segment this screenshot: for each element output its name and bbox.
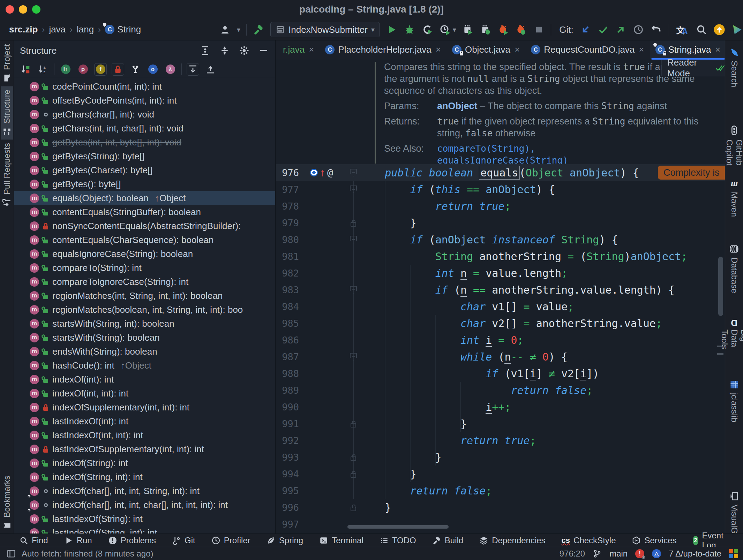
tab-PlaceholderHelper.java[interactable]: CPlaceholderHelper.java×: [320, 40, 446, 59]
code-line-978[interactable]: 978 return true;: [276, 198, 725, 214]
sidebar-item-pull-requests[interactable]: Pull Requests: [1, 139, 13, 211]
flame-debug-icon[interactable]: [515, 24, 527, 36]
structure-item[interactable]: mlastIndexOf(int, int): int: [14, 428, 275, 442]
person-icon[interactable]: [219, 24, 231, 36]
run-icon[interactable]: [386, 24, 398, 36]
sort-alphabetically-icon[interactable]: az: [37, 63, 49, 76]
sidebar-item-database[interactable]: Database: [728, 241, 741, 297]
code-line-983[interactable]: 983 if (n == anotherString.value.length)…: [276, 281, 725, 298]
code-line-988[interactable]: 988 if (v1[i] ≠ v2[i]): [276, 365, 725, 382]
structure-item[interactable]: mequals(Object): boolean↑Object: [14, 191, 275, 205]
coverage-icon[interactable]: [421, 24, 433, 36]
fold-marker-icon[interactable]: [350, 186, 357, 193]
structure-item[interactable]: mstartsWith(String): boolean: [14, 331, 275, 345]
breadcrumb-item[interactable]: lang: [77, 24, 94, 35]
code-line-989[interactable]: 989 return false;: [276, 382, 725, 399]
fold-marker-icon[interactable]: [350, 236, 357, 243]
sidebar-item-github-copilot[interactable]: GitHub Copilot: [723, 121, 743, 169]
code-line-985[interactable]: 985 char v2[] = anotherString.value;: [276, 315, 725, 332]
structure-item[interactable]: mcodePointCount(int, int): int: [14, 80, 275, 93]
structure-item[interactable]: mcompareToIgnoreCase(String): int: [14, 275, 275, 289]
structure-item[interactable]: mequalsIgnoreCase(String): boolean: [14, 247, 275, 261]
javadoc-link[interactable]: compareTo(String),: [437, 143, 535, 154]
toolwindow-button-checkstyle[interactable]: csCheckStyle: [562, 536, 616, 545]
sidebar-item-structure[interactable]: Structure: [1, 86, 13, 139]
hide-icon[interactable]: [258, 45, 270, 56]
structure-item[interactable]: mindexOf(char[], int, int, String, int):…: [14, 484, 275, 498]
stop-icon[interactable]: [533, 24, 545, 36]
sort-by-visibility-icon[interactable]: [19, 63, 32, 76]
vcs-sync-status[interactable]: 7 Δ/up-to-date: [669, 549, 721, 559]
toolwindow-button-build[interactable]: Build: [432, 536, 463, 545]
code-line-990[interactable]: 990 i++;: [276, 399, 725, 415]
toolwindow-button-todo[interactable]: TODO: [380, 536, 416, 545]
structure-item[interactable]: mindexOf(int): int: [14, 372, 275, 386]
caret-position[interactable]: 976:20: [560, 549, 585, 559]
code-line-994[interactable]: 994 }: [276, 466, 725, 482]
structure-item[interactable]: mgetBytes(String): byte[]: [14, 149, 275, 163]
structure-item[interactable]: mendsWith(String): boolean: [14, 345, 275, 358]
chip-debug-icon[interactable]: [480, 24, 492, 36]
code-line-993[interactable]: 993 }: [276, 449, 725, 466]
structure-item[interactable]: mcontentEquals(CharSequence): boolean: [14, 233, 275, 247]
chevron-down-icon[interactable]: ▾: [237, 25, 240, 34]
structure-item[interactable]: mgetBytes(Charset): byte[]: [14, 163, 275, 177]
toolwindow-button-dependencies[interactable]: Dependencies: [479, 536, 545, 545]
push-icon[interactable]: [615, 24, 626, 36]
close-icon[interactable]: ×: [639, 44, 644, 55]
breadcrumb-item[interactable]: CString: [105, 24, 141, 35]
structure-item[interactable]: mstartsWith(String, int): boolean: [14, 317, 275, 331]
show-fields-icon[interactable]: f: [94, 63, 107, 76]
code-line-987[interactable]: 987 while (n-- ≠ 0) {: [276, 348, 725, 365]
toolwindow-button-problems[interactable]: Problems: [108, 536, 156, 545]
debug-icon[interactable]: [404, 24, 415, 36]
rollback-icon[interactable]: [650, 24, 662, 36]
structure-item[interactable]: mgetBytes(int, int, byte[], int): void: [14, 135, 275, 149]
incoming-changes-icon[interactable]: △: [652, 549, 661, 558]
code-line-979[interactable]: 979 }: [276, 214, 725, 231]
fold-end-icon[interactable]: [351, 456, 356, 461]
code-line-984[interactable]: 984 char v1[] = value;: [276, 298, 725, 315]
upload-icon[interactable]: [713, 24, 725, 36]
translate-icon[interactable]: 文A: [674, 24, 690, 36]
git-branch-name[interactable]: main: [609, 549, 628, 559]
structure-item[interactable]: mgetChars(char[], int): void: [14, 107, 275, 121]
flame-run-icon[interactable]: [498, 24, 510, 36]
sidebar-item-project[interactable]: Project: [1, 40, 13, 86]
fold-end-icon[interactable]: [351, 423, 356, 427]
structure-item[interactable]: mnonSyncContentEquals(AbstractStringBuil…: [14, 219, 275, 233]
vertical-scrollbar[interactable]: [718, 257, 723, 316]
history-icon[interactable]: [632, 24, 644, 36]
sidebar-item-maven[interactable]: mMaven: [728, 178, 741, 220]
code-line-980[interactable]: 980 if (anObject instanceof String) {: [276, 231, 725, 248]
breadcrumb-item[interactable]: src.zip: [9, 24, 38, 35]
structure-item[interactable]: mhashCode(): int↑Object: [14, 358, 275, 372]
commit-icon[interactable]: [597, 24, 609, 36]
show-properties-icon[interactable]: p: [77, 63, 89, 76]
reader-mode-toast[interactable]: Reader Mode: [661, 60, 725, 76]
toolwindow-button-run[interactable]: Run: [64, 536, 92, 545]
tab-r.java[interactable]: r.java×: [277, 40, 320, 59]
code-view[interactable]: 976↑@ public boolean equals(Object anObj…: [276, 164, 725, 532]
code-line-996[interactable]: 996 }: [276, 499, 725, 516]
code-line-997[interactable]: 997: [276, 516, 725, 532]
fold-marker-icon[interactable]: [350, 286, 357, 294]
up-arrow-icon[interactable]: ↑: [320, 169, 325, 176]
structure-item[interactable]: mregionMatches(boolean, int, String, int…: [14, 303, 275, 317]
colored-squares-icon[interactable]: [729, 549, 738, 558]
structure-item[interactable]: mindexOf(int, int): int: [14, 386, 275, 400]
sidebar-item-big-data-tools[interactable]: DBig Data Tools: [718, 316, 743, 353]
chip-run-icon[interactable]: [462, 24, 474, 36]
toolwindow-button-profiler[interactable]: Profiler: [211, 536, 250, 545]
tab-Object.java[interactable]: CObject.java×: [446, 40, 525, 59]
close-icon[interactable]: ×: [436, 44, 441, 55]
code-line-977[interactable]: 977 if (this == anObject) {: [276, 181, 725, 198]
structure-item[interactable]: mlastIndexOf(String): int: [14, 512, 275, 526]
complexity-inlay-hint[interactable]: Complexity is: [658, 166, 725, 180]
fold-end-icon[interactable]: [351, 222, 356, 227]
structure-item[interactable]: mlastIndexOf(String, int): int: [14, 526, 275, 533]
show-inherited-icon[interactable]: I↑: [59, 63, 72, 76]
show-anonymous-icon[interactable]: [129, 63, 142, 76]
toolwindow-button-find[interactable]: Find: [19, 536, 48, 545]
tab-RequestCountDO.java[interactable]: CRequestCountDO.java×: [525, 40, 650, 59]
